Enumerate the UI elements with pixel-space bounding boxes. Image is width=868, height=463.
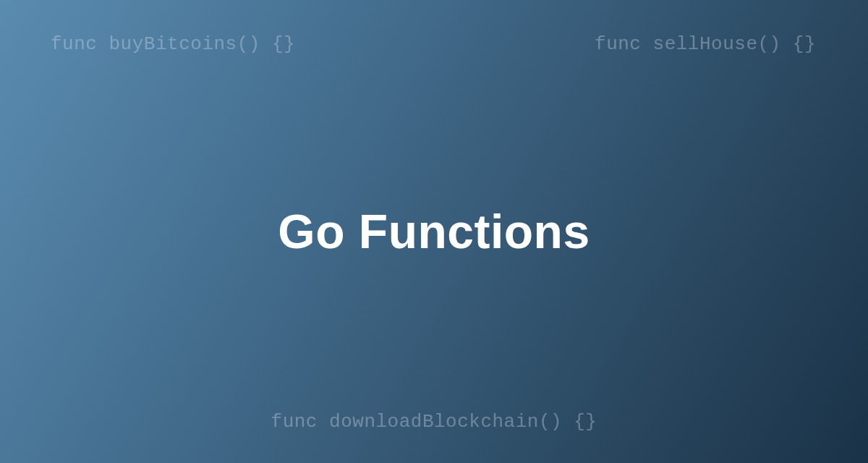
code-snippet-top-right: func sellHouse() {} <box>595 33 816 55</box>
code-snippet-top-left: func buyBitcoins() {} <box>51 33 295 55</box>
page-title: Go Functions <box>278 204 590 259</box>
code-snippet-bottom: func downloadBlockchain() {} <box>271 411 597 433</box>
